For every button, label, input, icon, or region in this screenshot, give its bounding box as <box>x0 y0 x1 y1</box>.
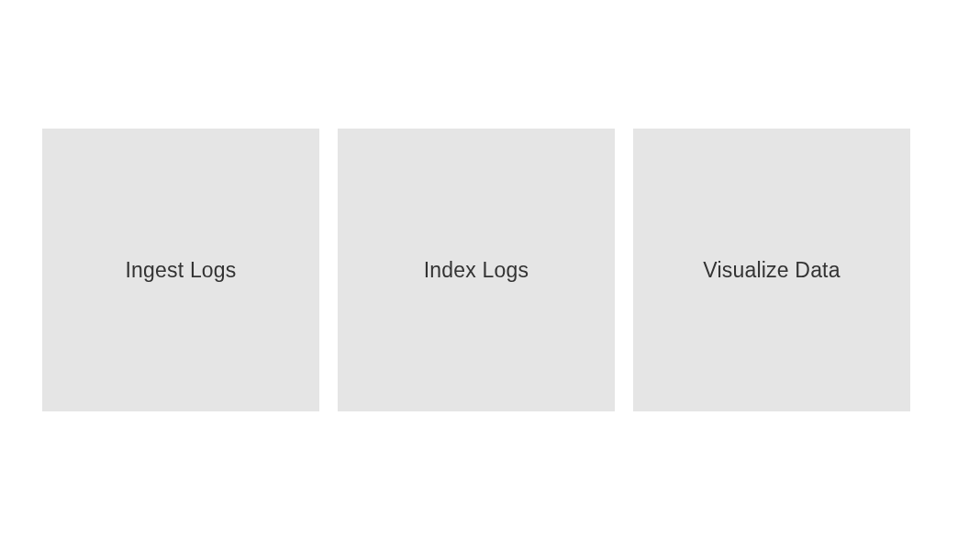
card-ingest-logs[interactable]: Ingest Logs <box>42 129 319 411</box>
card-visualize-data[interactable]: Visualize Data <box>633 129 910 411</box>
card-label: Visualize Data <box>703 258 840 283</box>
card-index-logs[interactable]: Index Logs <box>338 129 615 411</box>
card-container: Ingest Logs Index Logs Visualize Data <box>42 129 910 411</box>
card-label: Ingest Logs <box>125 258 236 283</box>
card-label: Index Logs <box>424 258 529 283</box>
